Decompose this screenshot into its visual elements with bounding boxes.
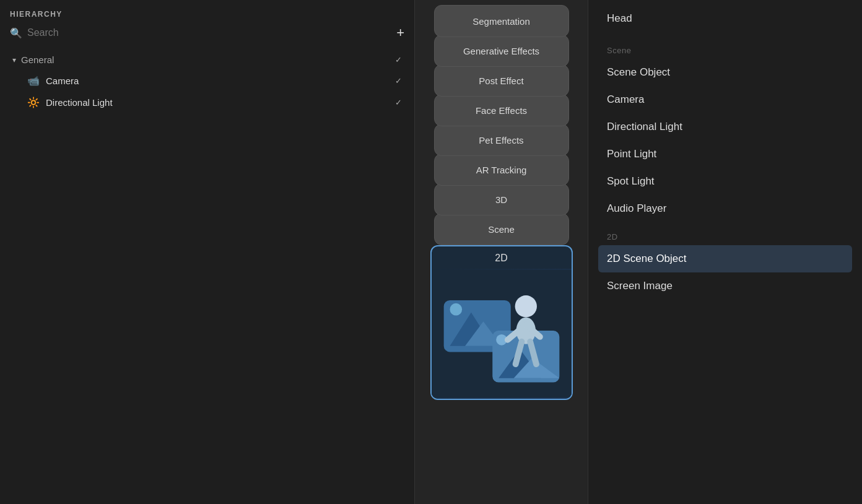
active-card-illustration: [432, 269, 572, 399]
category-post-effect[interactable]: Post Effect: [434, 64, 569, 97]
middle-panel: Segmentation Generative Effects Post Eff…: [415, 0, 588, 504]
category-face-effects[interactable]: Face Effects: [434, 94, 569, 126]
group-label: General: [21, 54, 54, 65]
right-item-spot-light[interactable]: Spot Light: [607, 168, 843, 195]
category-ar-tracking[interactable]: AR Tracking: [434, 154, 569, 186]
section-label-2d: 2D: [607, 222, 843, 245]
camera-icon: 📹: [27, 75, 40, 87]
tree-item-directional-light[interactable]: 🔆 Directional Light ✓: [5, 92, 409, 113]
right-item-scene-object[interactable]: Scene Object: [607, 59, 843, 86]
item-light-label: Directional Light: [46, 97, 113, 108]
right-top-item: Head: [607, 12, 843, 36]
hierarchy-panel: HIERARCHY 🔍 + ▾ General ✓ 📹 Camera ✓ 🔆: [0, 0, 415, 504]
tree-section: ▾ General ✓ 📹 Camera ✓ 🔆 Directional Lig…: [0, 50, 414, 113]
light-check-icon: ✓: [395, 98, 402, 107]
search-icon: 🔍: [10, 27, 22, 39]
search-input[interactable]: [27, 27, 151, 38]
add-button[interactable]: +: [396, 26, 404, 40]
svg-point-4: [450, 303, 462, 316]
right-item-directional-light[interactable]: Directional Light: [607, 113, 843, 141]
category-segmentation[interactable]: Segmentation: [434, 5, 569, 37]
camera-check-icon: ✓: [395, 76, 402, 85]
category-scene[interactable]: Scene: [434, 213, 569, 245]
chevron-down-icon: ▾: [12, 56, 16, 64]
category-generative-effects[interactable]: Generative Effects: [434, 35, 569, 67]
category-stack: Segmentation Generative Effects Post Eff…: [415, 0, 588, 400]
search-bar: 🔍 +: [0, 26, 414, 40]
section-label-scene: Scene: [607, 36, 843, 59]
right-panel: Head Scene Scene Object Camera Direction…: [588, 0, 862, 504]
right-item-point-light[interactable]: Point Light: [607, 141, 843, 168]
category-pet-effects[interactable]: Pet Effects: [434, 124, 569, 156]
category-3d[interactable]: 3D: [434, 183, 569, 215]
tree-item-camera[interactable]: 📹 Camera ✓: [5, 70, 409, 92]
directional-light-icon: 🔆: [27, 97, 40, 108]
item-camera-label: Camera: [46, 76, 79, 86]
right-item-camera[interactable]: Camera: [607, 86, 843, 113]
svg-point-9: [515, 295, 536, 317]
active-category-2d[interactable]: 2D: [430, 245, 573, 400]
search-left: 🔍: [10, 27, 151, 39]
right-item-screen-image[interactable]: Screen Image: [607, 272, 843, 300]
right-item-2d-scene-object[interactable]: 2D Scene Object: [598, 245, 852, 272]
right-item-audio-player[interactable]: Audio Player: [607, 195, 843, 222]
hierarchy-title: HIERARCHY: [0, 10, 414, 26]
tree-group-general[interactable]: ▾ General ✓: [5, 50, 409, 70]
group-check-icon: ✓: [395, 55, 402, 64]
active-card-title: 2D: [432, 246, 572, 269]
